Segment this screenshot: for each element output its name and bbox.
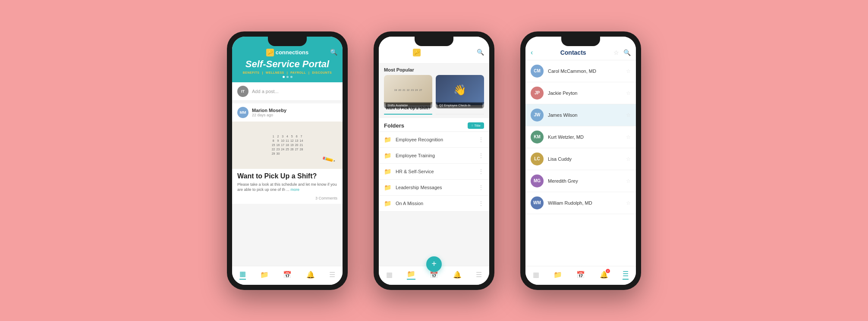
dot-3 — [290, 76, 292, 78]
nav-folders-2[interactable]: 📁 — [407, 270, 415, 280]
folder-more-leadership[interactable]: ⋮ — [478, 184, 484, 191]
subtitle-sep3: | — [308, 71, 309, 74]
search-header-icon[interactable]: 🔍 — [623, 49, 631, 56]
carousel-item-1[interactable]: 19 20 21 22 23 24 27 Shifts Available — [384, 75, 432, 110]
carousel-indicators — [379, 114, 489, 116]
phone2-bottom-nav: ▦ 📁 + 📅 🔔 ☰ — [379, 266, 489, 285]
contact-william[interactable]: WM William Rudolph, MD ☆ — [525, 192, 636, 214]
carousel-img-2: 👋 — [436, 75, 484, 105]
nav-bell-1[interactable]: 🔔 — [306, 271, 315, 279]
nav-feed-2[interactable]: ▦ — [386, 271, 393, 279]
contact-name-kurt: Kurt Wetzler, MD — [548, 134, 626, 140]
nav-folders-3[interactable]: 📁 — [554, 271, 562, 279]
subtitle-sep2: | — [287, 71, 288, 74]
contact-name-meredith: Meredith Grey — [548, 178, 626, 184]
star-william[interactable]: ☆ — [626, 200, 631, 206]
post-more-link[interactable]: more — [291, 187, 300, 192]
folder-name-mission: On A Mission — [396, 201, 478, 206]
post-input-area[interactable]: IT Add a post... — [232, 82, 343, 101]
star-carol[interactable]: ☆ — [626, 68, 631, 74]
folder-icon-leadership: 📁 — [384, 184, 391, 191]
post-body: Please take a look at this schedule and … — [232, 182, 343, 194]
logo-text-1: connections — [276, 49, 309, 56]
folder-item-mission[interactable]: 📁 On A Mission ⋮ — [379, 196, 489, 212]
nav-feed-3[interactable]: ▦ — [533, 271, 539, 279]
indicator-inactive — [436, 114, 484, 115]
nav-folders-1[interactable]: 📁 — [260, 271, 269, 279]
folder-icon-training: 📁 — [384, 152, 391, 159]
folder-more-training[interactable]: ⋮ — [478, 152, 484, 159]
post-comments: 3 Comments — [232, 194, 343, 204]
star-james[interactable]: ☆ — [626, 112, 631, 118]
star-lisa[interactable]: ☆ — [626, 156, 631, 162]
logo-text-2: connections — [422, 49, 456, 56]
folder-item-hr[interactable]: 📁 HR & Self-Service ⋮ — [379, 164, 489, 180]
folders-header: Folders ↑ Title — [379, 118, 489, 132]
post-card: MM Marion Moseby 22 days ago 1 2 3 — [232, 103, 343, 204]
contact-carol[interactable]: CM Carol McCammon, MD ☆ — [525, 60, 636, 82]
nav-menu-3[interactable]: ☰ — [623, 270, 629, 280]
folder-name-hr: HR & Self-Service — [396, 169, 478, 174]
dot-2 — [286, 76, 289, 78]
contact-jackie[interactable]: JP Jackie Peyton ☆ — [525, 82, 636, 104]
fab-button[interactable]: + — [426, 256, 442, 272]
folders-title: Folders — [384, 122, 404, 129]
folder-name-training: Employee Training — [396, 153, 478, 158]
phone1-body: IT Add a post... MM Marion Moseby 22 day… — [232, 82, 343, 266]
contact-avatar-cm: CM — [531, 65, 544, 78]
folder-name-leadership: Leadership Messages — [396, 185, 478, 190]
nav-feed-1[interactable]: ▦ — [239, 270, 246, 280]
most-popular-label: Most Popular — [379, 64, 489, 75]
notch-2 — [415, 37, 453, 46]
sort-button[interactable]: ↑ Title — [468, 122, 484, 129]
nav-menu-1[interactable]: ☰ — [329, 271, 335, 279]
nav-bell-2[interactable]: 🔔 — [453, 271, 462, 279]
nav-menu-2[interactable]: ☰ — [476, 271, 482, 279]
subtitle-benefits: BENEFITS — [243, 71, 260, 74]
folder-item-training[interactable]: 📁 Employee Training ⋮ — [379, 148, 489, 164]
contact-name-lisa: Lisa Cuddy — [548, 156, 626, 162]
nav-calendar-1[interactable]: 📅 — [283, 271, 292, 279]
carousel-label-1: Shifts Available — [386, 103, 431, 108]
nav-bell-3[interactable]: 🔔 2 — [600, 271, 608, 279]
poster-name: Marion Moseby — [252, 108, 337, 113]
pencil-icon: ✏️ — [321, 152, 336, 166]
subtitle-payroll: PAYROLL — [290, 71, 306, 74]
carousel-img-1: 19 20 21 22 23 24 27 — [384, 75, 432, 105]
nav-calendar-3[interactable]: 📅 — [576, 271, 585, 279]
sort-label: Title — [474, 124, 481, 128]
post-placeholder[interactable]: Add a post... — [252, 89, 279, 94]
carousel-item-2[interactable]: 👋 Q2 Employee Check-In — [436, 75, 484, 110]
search-icon-2[interactable]: 🔍 — [477, 49, 484, 56]
portal-title: Self-Service Portal — [237, 59, 337, 69]
portal-subtitle: BENEFITS | WELLNESS | PAYROLL | DISCOUNT… — [237, 71, 337, 74]
folder-icon-hr: 📁 — [384, 168, 391, 175]
phone1-bottom-nav: ▦ 📁 📅 🔔 ☰ — [232, 266, 343, 285]
search-icon-1[interactable]: 🔍 — [330, 49, 337, 56]
contact-kurt[interactable]: KM Kurt Wetzler, MD ☆ — [525, 126, 636, 148]
star-kurt[interactable]: ☆ — [626, 134, 631, 140]
contact-meredith[interactable]: MG Meredith Grey ☆ — [525, 170, 636, 192]
phone-2: 🔑 connections 🔍 Most Popular 19 20 2 — [374, 31, 494, 290]
star-meredith[interactable]: ☆ — [626, 178, 631, 184]
notification-badge: 2 — [606, 269, 610, 273]
folder-more-hr[interactable]: ⋮ — [478, 168, 484, 175]
folder-item-recognition[interactable]: 📁 Employee Recognition ⋮ — [379, 132, 489, 148]
star-header-icon[interactable]: ☆ — [613, 49, 619, 56]
contact-name-carol: Carol McCammon, MD — [548, 69, 626, 74]
folder-more-recognition[interactable]: ⋮ — [478, 136, 484, 143]
folder-more-mission[interactable]: ⋮ — [478, 200, 484, 207]
contact-james[interactable]: JW James Wilson ☆ — [525, 104, 636, 126]
star-jackie[interactable]: ☆ — [626, 90, 631, 96]
folder-item-leadership[interactable]: 📁 Leadership Messages ⋮ — [379, 180, 489, 196]
carousel-label-2: Q2 Employee Check-In — [437, 103, 482, 108]
post-body-text: Please take a look at this schedule and … — [237, 182, 337, 192]
contact-avatar-jp: JP — [531, 87, 544, 100]
post-meta: MM Marion Moseby 22 days ago — [232, 103, 343, 122]
back-button[interactable]: ‹ — [531, 49, 533, 56]
phone3-body: CM Carol McCammon, MD ☆ JP Jackie Peyton… — [525, 60, 636, 266]
post-avatar: IT — [237, 86, 248, 97]
post-image: 1 2 3 4 5 6 7 8 9 10 11 — [232, 122, 343, 169]
subtitle-discounts: DISCOUNTS — [312, 71, 332, 74]
contact-lisa[interactable]: LC Lisa Cuddy ☆ — [525, 148, 636, 170]
